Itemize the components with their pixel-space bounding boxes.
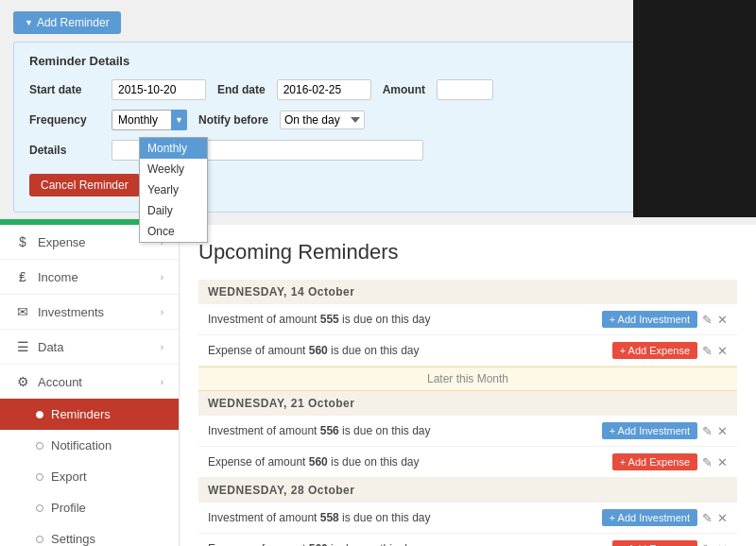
sidebar-subitem-reminders[interactable]: Reminders [0,399,179,430]
delete-icon[interactable]: ✕ [717,542,728,547]
sidebar-subitem-settings[interactable]: Settings [0,523,179,546]
sidebar-item-investments[interactable]: ✉ Investments › [0,295,179,329]
details-row: Details [29,140,727,161]
reminder-actions: + Add Investment ✎ ✕ [602,509,728,526]
frequency-wrapper: Monthly ▼ [112,110,187,130]
reminder-actions: + Add Expense ✎ ✕ [612,342,728,359]
reminder-text: Expense of amount 560 is due on this day [208,542,612,546]
edit-icon[interactable]: ✎ [702,542,713,547]
sidebar-label-profile: Profile [51,501,86,515]
content-title: Upcoming Reminders [198,240,737,264]
add-investment-button[interactable]: + Add Investment [602,422,697,439]
sidebar-item-data[interactable]: ☰ Data › [0,330,179,364]
notify-label: Notify before [198,113,268,127]
reminder-actions: + Add Expense ✎ ✕ [612,540,728,546]
reminder-actions: + Add Investment ✎ ✕ [602,311,728,328]
sub-dot-icon [36,411,43,418]
sidebar-label-notification: Notification [51,438,112,452]
add-reminder-button[interactable]: Add Reminder [13,11,121,34]
edit-icon[interactable]: ✎ [702,511,713,525]
account-icon: ⚙ [15,374,30,389]
add-investment-button[interactable]: + Add Investment [602,311,697,328]
amount-label: Amount [383,83,425,96]
sidebar-label-settings: Settings [51,532,95,546]
delete-icon[interactable]: ✕ [717,313,728,327]
edit-icon[interactable]: ✎ [702,455,713,469]
dropdown-item-yearly[interactable]: Yearly [140,179,207,200]
chevron-icon: › [161,272,163,282]
later-this-month-separator: Later this Month [198,367,737,391]
chevron-icon: › [161,307,163,317]
delete-icon[interactable]: ✕ [717,424,728,438]
frequency-dropdown: MonthlyWeeklyYearlyDailyOnce [139,137,208,243]
add-expense-button[interactable]: + Add Expense [612,540,697,546]
sidebar-label-account: Account [38,375,82,389]
sidebar-item-account[interactable]: ⚙ Account › [0,365,179,399]
section-header-oct21: WEDNESDAY, 21 October [198,391,737,416]
sidebar-section-income: ₤ Income › [0,260,179,295]
reminder-actions: + Add Investment ✎ ✕ [602,422,728,439]
frequency-label: Frequency [29,113,100,127]
frequency-display[interactable]: Monthly ▼ [112,110,187,130]
main-area: $ Expense › ₤ Income › ✉ Investments [0,225,756,546]
add-expense-button[interactable]: + Add Expense [612,453,697,470]
reminder-text: Investment of amount 556 is due on this … [208,424,602,437]
start-date-input[interactable] [112,79,206,100]
chevron-icon: › [161,342,163,352]
table-row: Investment of amount 555 is due on this … [198,304,737,335]
end-date-input[interactable] [277,79,371,100]
table-row: Investment of amount 556 is due on this … [198,416,737,447]
reminder-text: Expense of amount 560 is due on this day [208,344,612,357]
edit-icon[interactable]: ✎ [702,344,713,358]
dropdown-item-daily[interactable]: Daily [140,200,207,221]
delete-icon[interactable]: ✕ [717,511,728,525]
edit-icon[interactable]: ✎ [702,313,713,327]
table-row: Investment of amount 558 is due on this … [198,503,737,534]
sidebar-label-income: Income [38,270,78,284]
chevron-icon: › [161,377,163,387]
amount-input[interactable] [437,79,493,100]
sub-dot-icon [36,442,43,450]
sidebar-label-expense: Expense [38,235,86,249]
expense-icon: $ [15,234,30,249]
dropdown-item-monthly[interactable]: Monthly [140,138,207,159]
sidebar-label-data: Data [38,340,63,354]
sidebar-subitem-export[interactable]: Export [0,461,179,492]
sidebar-subitem-profile[interactable]: Profile [0,492,179,523]
edit-icon[interactable]: ✎ [702,424,713,438]
add-expense-button[interactable]: + Add Expense [612,342,697,359]
content-area: Upcoming Reminders WEDNESDAY, 14 October… [180,225,756,546]
sidebar-label-export: Export [51,469,87,484]
add-investment-button[interactable]: + Add Investment [602,509,697,526]
income-icon: ₤ [15,269,30,284]
sidebar-section-account: ⚙ Account › Reminders Notification Expor… [0,365,179,546]
delete-icon[interactable]: ✕ [717,344,728,358]
table-row: Expense of amount 560 is due on this day… [198,335,737,367]
notify-select[interactable]: On the day [280,111,365,129]
sidebar-label-reminders: Reminders [51,407,111,421]
dropdown-item-once[interactable]: Once [140,221,207,242]
sub-dot-icon [36,536,43,543]
frequency-arrow-icon: ▼ [171,110,187,130]
reminder-text: Investment of amount 555 is due on this … [208,313,602,326]
sidebar-section-data: ☰ Data › [0,330,179,365]
sub-dot-icon [36,504,43,512]
reminder-text: Investment of amount 558 is due on this … [208,511,602,524]
table-row: Expense of amount 560 is due on this day… [198,447,737,478]
end-date-label: End date [217,83,266,96]
sidebar-subitem-notification[interactable]: Notification [0,430,179,461]
frequency-row: Frequency Monthly ▼ Notify before On the… [29,110,727,130]
cancel-reminder-button[interactable]: Cancel Reminder [29,174,140,196]
reminder-actions: + Add Expense ✎ ✕ [612,453,728,470]
date-row: Start date End date Amount [29,79,727,100]
dropdown-item-weekly[interactable]: Weekly [140,159,207,179]
reminder-panel-title: Reminder Details [29,54,727,68]
investments-icon: ✉ [15,304,30,319]
dark-overlay [633,0,756,217]
sub-dot-icon [36,473,43,481]
details-label: Details [29,144,100,157]
sidebar-item-income[interactable]: ₤ Income › [0,260,179,294]
delete-icon[interactable]: ✕ [717,455,728,469]
sidebar-label-investments: Investments [38,305,104,319]
table-row: Expense of amount 560 is due on this day… [198,534,737,546]
